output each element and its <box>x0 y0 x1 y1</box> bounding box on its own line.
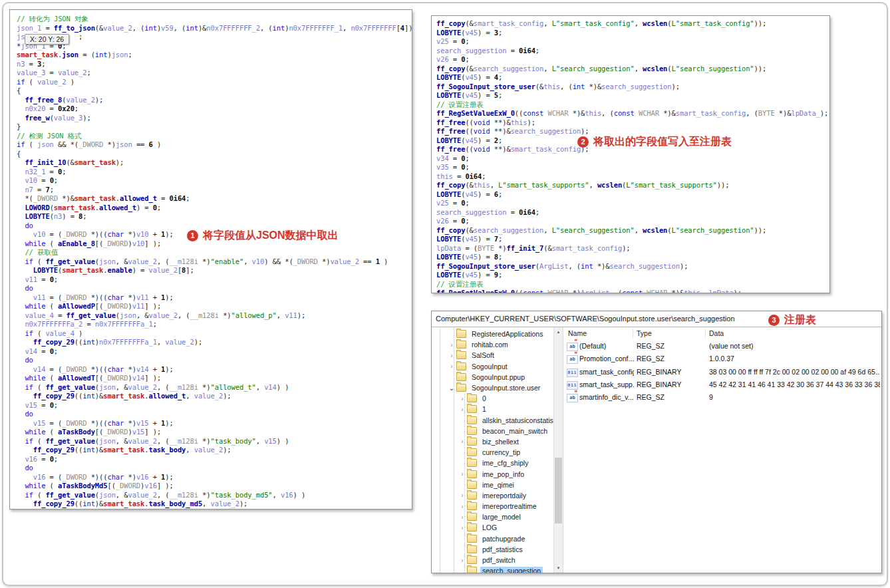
code-token: ) <box>380 257 388 265</box>
code-token: LOBYTE <box>436 271 461 279</box>
registry-key-rohitab.com[interactable]: ›rohitab.com <box>432 339 553 350</box>
tree-key-label[interactable]: large_model <box>480 513 523 521</box>
registry-key-biz_shellext[interactable]: ›biz_shellext <box>432 436 553 447</box>
expander-collapsed-icon[interactable]: › <box>458 514 466 521</box>
code-token: aAllowedT <box>58 374 95 382</box>
registry-key-SogouInput.store.user[interactable]: ⌄SogouInput.store.user <box>432 382 553 393</box>
col-header-name[interactable]: Name <box>568 327 587 340</box>
registry-key-ime_cfg_shiply[interactable]: ime_cfg_shiply <box>432 458 553 468</box>
tree-key-label[interactable]: ime_qimei <box>480 481 516 489</box>
registry-key-RegisteredApplications[interactable]: RegisteredApplications <box>432 329 553 339</box>
registry-key-beacon_main_switch[interactable]: beacon_main_switch <box>432 426 553 436</box>
scroll-up-icon[interactable]: ▲ <box>554 328 563 336</box>
tree-key-label[interactable]: allskin_statusiconstatis <box>480 416 553 424</box>
registry-key-pdf_statistics[interactable]: pdf_statistics <box>432 544 553 555</box>
scroll-down-icon[interactable]: ▼ <box>554 564 563 572</box>
registry-key-large_model[interactable]: ›large_model <box>432 512 553 522</box>
expander-collapsed-icon[interactable]: › <box>458 438 466 445</box>
registry-value-row[interactable]: abPromotion_conf...REG_SZ1.0.0.37 <box>563 353 881 365</box>
tree-key-label[interactable]: SalSoft <box>470 351 496 359</box>
code-token: ; <box>498 73 502 81</box>
code-token: __m128i <box>170 383 198 391</box>
col-header-data[interactable]: Data <box>709 327 724 340</box>
tree-key-label[interactable]: currency_tip <box>480 448 522 456</box>
expander-collapsed-icon[interactable]: › <box>458 557 466 564</box>
tree-key-label[interactable]: pdf_switch <box>480 556 518 564</box>
code-token: char <box>107 293 124 301</box>
tree-key-label[interactable]: patchupgrade <box>480 535 527 543</box>
tree-key-label[interactable]: ime_pop_info <box>480 470 526 478</box>
tree-key-label[interactable]: imereportdaily <box>480 492 528 500</box>
registry-key-imereportrealtime[interactable]: ›imereportrealtime <box>432 501 553 512</box>
registry-key-SalSoft[interactable]: ›SalSoft <box>432 350 553 361</box>
scroll-thumb[interactable] <box>555 458 562 524</box>
code-token: if <box>17 140 25 148</box>
tree-key-label[interactable]: pdf_statistics <box>480 545 525 553</box>
tree-key-label[interactable]: LOG <box>480 523 499 531</box>
code-token: v34 <box>436 154 449 162</box>
registry-value-row[interactable]: 011smart_task_supp...REG_BINARY45 42 42 … <box>563 378 881 391</box>
expander-collapsed-icon[interactable]: › <box>458 406 466 413</box>
registry-value-row[interactable]: absmartinfo_dic_v...REG_SZ9 <box>563 391 881 404</box>
code-token: while <box>25 482 45 490</box>
code-token: smart_task <box>54 204 95 212</box>
registry-key-1[interactable]: ›1 <box>432 404 553 414</box>
tree-key-label[interactable]: rohitab.com <box>470 341 510 349</box>
code-token: _DWORD <box>103 302 128 310</box>
tree-key-label[interactable]: 1 <box>480 405 488 413</box>
registry-key-imereportdaily[interactable]: ›imereportdaily <box>432 490 553 501</box>
tree-key-label[interactable]: SogouInput.ppup <box>470 373 527 381</box>
expander-collapsed-icon[interactable]: › <box>458 470 466 478</box>
expander-collapsed-icon[interactable]: › <box>458 395 466 402</box>
registry-key-currency_tip[interactable]: currency_tip <box>432 447 553 458</box>
tree-key-label[interactable]: 0 <box>480 394 488 402</box>
code-token: v10 <box>252 257 265 265</box>
code-line: ff_free_8(value_2); <box>17 96 410 105</box>
tree-key-label[interactable]: imereportrealtime <box>480 502 539 510</box>
registry-key-ime_qimei[interactable]: ime_qimei <box>432 480 553 490</box>
expander-collapsed-icon[interactable]: › <box>448 352 456 359</box>
registry-value-row[interactable]: 011smart_task_configREG_BINARY38 03 00 0… <box>563 366 881 378</box>
expander-collapsed-icon[interactable]: › <box>458 492 466 499</box>
expander-collapsed-icon[interactable]: › <box>458 524 466 531</box>
registry-key-patchupgrade[interactable]: patchupgrade <box>432 533 553 544</box>
registry-key-search_suggestion[interactable]: search_suggestion <box>432 565 553 573</box>
registry-key-LOG[interactable]: ›LOG <box>432 522 553 533</box>
code-token: int <box>82 392 95 400</box>
code-token: value_3 <box>17 69 45 76</box>
tree-key-label[interactable]: biz_shellext <box>480 438 521 446</box>
code-line: v14 = 0; <box>17 347 410 357</box>
tree-key-label[interactable]: RegisteredApplications <box>470 330 545 338</box>
registry-key-allskin_statusiconstatis[interactable]: allskin_statusiconstatis <box>432 415 553 426</box>
registry-key-pdf_switch[interactable]: ›pdf_switch <box>432 555 553 565</box>
expander-collapsed-icon[interactable]: › <box>448 363 456 370</box>
registry-key-SogouInput[interactable]: ›SogouInput <box>432 361 553 372</box>
code-token: *) <box>494 244 507 252</box>
code-line: v25 = 0; <box>436 199 828 208</box>
tree-scrollbar[interactable]: ▲ ▼ <box>553 327 563 573</box>
code-token: )& <box>95 446 103 454</box>
expander-expanded-icon[interactable]: ⌄ <box>448 384 456 392</box>
tree-key-label[interactable]: search_suggestion <box>480 567 543 573</box>
code-token: ; <box>498 271 502 279</box>
code-token <box>17 212 25 220</box>
tree-key-label[interactable]: beacon_main_switch <box>480 427 549 435</box>
tree-key-label[interactable]: SogouInput.store.user <box>470 384 542 392</box>
code-token: , <box>186 392 194 400</box>
registry-key-0[interactable]: ›0 <box>432 393 553 404</box>
registry-key-ime_pop_info[interactable]: ›ime_pop_info <box>432 468 553 479</box>
expander-collapsed-icon[interactable]: › <box>448 341 456 349</box>
code-token: *) <box>124 419 136 427</box>
code-token: allowed_t <box>120 194 157 202</box>
tree-key-label[interactable]: ime_cfg_shiply <box>480 459 530 467</box>
code-token: _DWORD <box>62 419 86 427</box>
folder-icon <box>467 502 477 510</box>
registry-value-row[interactable]: ab(Default)REG_SZ(value not set) <box>563 340 881 353</box>
tree-key-label[interactable]: SogouInput <box>470 363 510 370</box>
registry-key-SogouInput.ppup[interactable]: SogouInput.ppup <box>432 372 553 382</box>
expander-collapsed-icon[interactable]: › <box>458 503 466 510</box>
code-token: ; <box>157 204 161 212</box>
code-line: // 设置注册表 <box>436 100 828 110</box>
col-header-type[interactable]: Type <box>637 327 652 340</box>
code-token: (& <box>465 65 473 73</box>
